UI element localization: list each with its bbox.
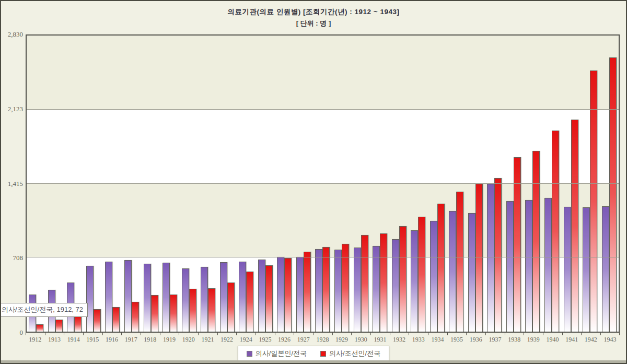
bar-japanese-1936[interactable]	[468, 213, 475, 332]
x-tick-label-1916: 1916	[102, 334, 122, 344]
bar-korean-1939[interactable]	[532, 151, 540, 332]
bar-japanese-1938[interactable]	[506, 201, 514, 332]
bar-korean-1922[interactable]	[227, 283, 235, 332]
bar-korean-1926[interactable]	[284, 258, 292, 332]
category-1933	[409, 36, 428, 332]
bar-japanese-1925[interactable]	[258, 260, 265, 332]
x-tick-label-1933: 1933	[409, 334, 428, 344]
legend-item-korean: 의사/조선인/전국	[320, 349, 380, 358]
bar-korean-1920[interactable]	[189, 289, 196, 332]
x-tick-label-1932: 1932	[390, 334, 409, 344]
legend-item-japanese: 의사/일본인/전국	[247, 349, 307, 358]
bar-korean-1931[interactable]	[380, 233, 387, 332]
bars-container	[27, 36, 619, 332]
bar-korean-1916[interactable]	[112, 307, 120, 332]
x-tick-label-1938: 1938	[505, 334, 524, 344]
x-tick-label-1941: 1941	[562, 334, 582, 344]
bar-japanese-1921[interactable]	[201, 267, 208, 332]
category-1920	[179, 36, 199, 332]
bar-japanese-1933[interactable]	[411, 230, 418, 332]
bar-korean-1913[interactable]	[55, 320, 63, 332]
category-1926	[275, 36, 294, 332]
bar-korean-1936[interactable]	[475, 184, 483, 332]
x-tick-label-1912: 1912	[26, 334, 45, 344]
bar-japanese-1939[interactable]	[525, 200, 532, 332]
category-1921	[199, 36, 218, 332]
category-1929	[332, 36, 352, 332]
x-tick-label-1934: 1934	[428, 334, 447, 344]
bar-japanese-1927[interactable]	[296, 257, 304, 332]
bar-korean-1932[interactable]	[399, 226, 407, 332]
bar-japanese-1934[interactable]	[430, 221, 437, 332]
bar-korean-1934[interactable]	[437, 204, 445, 332]
category-1924	[237, 36, 256, 332]
bar-japanese-1917[interactable]	[124, 260, 132, 332]
bar-korean-1930[interactable]	[361, 235, 368, 332]
category-1927	[294, 36, 314, 332]
bar-japanese-1932[interactable]	[392, 239, 399, 332]
x-tick-label-1913: 1913	[45, 334, 64, 344]
chart-title-block: 의료기관(의료 인원별) [조회기간(년) : 1912 ~ 1943] [ 단…	[1, 7, 626, 28]
bar-japanese-1943[interactable]	[602, 206, 609, 332]
x-tick-label-1924: 1924	[236, 334, 256, 344]
bar-japanese-1919[interactable]	[162, 263, 170, 332]
x-tick-label-1915: 1915	[83, 334, 102, 344]
bar-japanese-1918[interactable]	[144, 264, 151, 332]
bottom-edge-strip	[1, 360, 626, 363]
bar-korean-1935[interactable]	[456, 192, 463, 332]
x-tick-label-1937: 1937	[485, 334, 505, 344]
category-1932	[389, 36, 409, 332]
bar-japanese-1935[interactable]	[449, 211, 456, 332]
japanese-series-swatch-icon	[247, 351, 252, 357]
bar-japanese-1931[interactable]	[373, 246, 380, 332]
category-1916	[103, 36, 122, 332]
y-tick-label-0: 0	[2, 328, 23, 337]
bar-japanese-1916[interactable]	[105, 262, 112, 332]
y-tick-label-2830: 2,830	[2, 30, 23, 39]
legend-label-korean: 의사/조선인/전국	[329, 349, 380, 358]
bar-korean-1937[interactable]	[494, 178, 502, 332]
category-1941	[561, 36, 580, 332]
legend-label-japanese: 의사/일본인/전국	[256, 349, 307, 358]
bar-japanese-1942[interactable]	[583, 207, 590, 332]
bar-japanese-1922[interactable]	[220, 262, 227, 332]
bar-korean-1928[interactable]	[322, 247, 330, 332]
x-tick-label-1939: 1939	[524, 334, 543, 344]
bar-korean-1917[interactable]	[132, 302, 139, 332]
bar-japanese-1930[interactable]	[354, 248, 361, 332]
category-1939	[523, 36, 542, 332]
bar-japanese-1941[interactable]	[564, 207, 571, 332]
bar-korean-1912[interactable]	[36, 324, 43, 332]
bar-korean-1933[interactable]	[418, 217, 425, 332]
bar-korean-1927[interactable]	[304, 252, 311, 332]
korean-series-swatch-icon	[320, 351, 326, 357]
bar-korean-1924[interactable]	[246, 272, 253, 332]
bar-japanese-1926[interactable]	[277, 257, 284, 332]
bar-japanese-1915[interactable]	[86, 266, 94, 332]
bar-korean-1919[interactable]	[170, 295, 177, 332]
bar-japanese-1929[interactable]	[334, 250, 342, 332]
bar-japanese-1940[interactable]	[544, 198, 552, 332]
bar-korean-1915[interactable]	[94, 309, 101, 332]
legend: 의사/일본인/전국 의사/조선인/전국	[1, 346, 626, 361]
category-1928	[313, 36, 332, 332]
bar-korean-1918[interactable]	[151, 295, 158, 332]
bar-korean-1925[interactable]	[265, 265, 273, 332]
bar-korean-1943[interactable]	[609, 57, 617, 332]
bar-korean-1921[interactable]	[208, 288, 215, 332]
x-tick-label-1931: 1931	[370, 334, 390, 344]
x-tick-label-1918: 1918	[141, 334, 160, 344]
bar-japanese-1928[interactable]	[315, 249, 322, 332]
x-tick-label-1922: 1922	[217, 334, 237, 344]
bar-korean-1914[interactable]	[74, 316, 82, 332]
bar-korean-1941[interactable]	[571, 120, 578, 332]
bar-korean-1942[interactable]	[590, 71, 597, 332]
category-1934	[427, 36, 447, 332]
bar-japanese-1920[interactable]	[182, 268, 189, 332]
bar-korean-1940[interactable]	[552, 131, 559, 332]
gridline-708	[27, 257, 619, 257]
bar-japanese-1937[interactable]	[487, 184, 494, 332]
y-tick-label-708: 708	[2, 254, 23, 262]
gridline-1415	[27, 183, 619, 184]
bar-japanese-1924[interactable]	[239, 262, 246, 332]
